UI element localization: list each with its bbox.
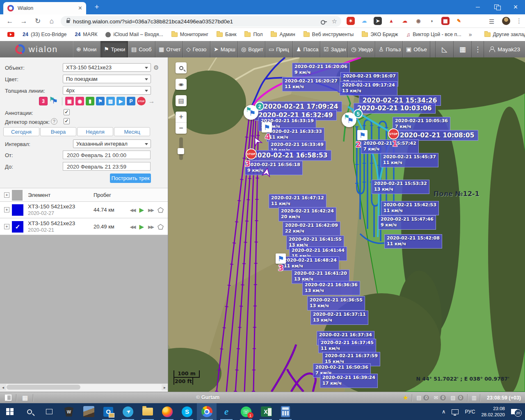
user-menu[interactable]: Mayak23 [484,41,525,57]
bookmark-item[interactable]: Мониторинг [168,30,212,39]
messages-counter[interactable]: ✉0 [434,395,446,401]
forward-button[interactable]: → [19,16,29,26]
media-counter[interactable]: ▨0 [450,395,463,401]
track-row[interactable]: ХТЗ-150 5421хе232020-02-2744.74 км◀◀▶▶▶ [0,202,168,218]
interval-select[interactable]: Указанный интервал [73,139,151,148]
nav-item-job[interactable]: ☑Задан [320,41,348,57]
track-color-swatch-checked[interactable]: ✓ [12,221,23,233]
red-grid-extension-icon[interactable]: ▦ [441,17,450,25]
zoom-slider[interactable] [179,137,183,160]
other-bookmarks-button[interactable]: Другие закладки [481,30,525,39]
apps-grid-icon[interactable]: ▦ [453,41,471,57]
favorites-star-icon[interactable]: ★ [403,394,409,402]
map-layers-button[interactable]: ▤ [176,95,187,106]
map-search-button[interactable] [176,62,187,73]
reading-list-icon[interactable] [489,18,494,25]
bookmark-item[interactable]: ♫Виктор Цой - все п... [403,30,464,39]
nav-item-trailer[interactable]: ▭Приц [265,41,293,57]
bookmark-star-icon[interactable] [332,18,337,25]
stop-hand-extension-icon[interactable]: ✶ [347,17,355,25]
follow-arrow-icon[interactable]: → [147,97,156,105]
taskbar-clock[interactable]: 23:08 28.02.2020 [481,406,505,418]
videos-icon[interactable]: ▶ [116,97,125,105]
bookmarks-overflow-icon[interactable]: » [466,31,475,38]
home-button[interactable]: ⌂ [47,16,57,26]
scroll-left-icon[interactable]: ◂ [0,384,6,390]
password-key-icon[interactable] [321,20,327,23]
taskbar-explorer-icon[interactable] [138,403,158,420]
bookmark-item[interactable]: Пол [241,30,266,39]
flags-icon[interactable]: ⚑ [96,97,105,105]
bookmark-item[interactable]: Админ [267,30,298,39]
quick-range-button[interactable]: Месяц [114,127,150,136]
flag-marker[interactable]: ⚑ [276,253,286,264]
track-color-swatch[interactable] [12,204,23,216]
log-button[interactable]: ▥ [472,395,477,401]
taskbar-game-icon[interactable] [79,403,98,420]
cloud-extension-icon[interactable]: ☁ [360,17,368,25]
build-track-button[interactable]: Построить трек [110,173,151,183]
taskbar-wot-icon[interactable]: W [59,403,79,420]
dog-extension-icon[interactable]: ◉ [414,17,422,25]
yandex-extension-icon[interactable]: ➤ [374,17,382,25]
images-icon[interactable]: ▨ [106,97,115,105]
trip-group-marker[interactable]: ⚑⚑5 [342,112,356,127]
nav-item-report[interactable]: ▦Отчет [155,41,183,57]
scroll-right-icon[interactable]: ▸ [162,384,168,390]
taskbar-telegram-icon[interactable]: ➤ [118,403,138,420]
window-maximize-button[interactable] [487,0,506,14]
dark-extension-icon[interactable]: ◗ [428,17,436,25]
playback-play-icon[interactable]: ▶ [139,206,144,214]
network-display-icon[interactable] [452,409,459,414]
notification-center-button[interactable]: 20 [511,408,520,416]
new-tab-button[interactable]: + [91,3,103,12]
stop-marker[interactable]: STOP [388,128,399,139]
window-minimize-button[interactable] [468,0,487,14]
nav-item-user[interactable]: ♙Польз [375,41,403,57]
nav-item-flag-checkered[interactable]: ⚑Треки [100,41,128,57]
cloud-outline-extension-icon[interactable]: ☁ [401,17,409,25]
track-polygon-icon[interactable] [158,207,164,213]
expand-all-icon[interactable] [4,192,9,198]
bottom-apps-button[interactable]: ▦ [17,392,33,403]
nav-item-notification[interactable]: ◷Уведо [348,41,375,57]
playback-last-icon[interactable]: ▶▶ [148,208,153,213]
back-button[interactable]: ← [5,16,15,26]
zoom-out-button[interactable]: − [176,123,187,134]
taskbar-ie-icon[interactable]: e [217,403,236,420]
playback-play-icon[interactable]: ▶ [139,223,144,231]
taskbar-start-icon[interactable] [0,403,20,420]
help-icon[interactable]: ? [51,118,57,125]
bookmark-item[interactable]: Банк [213,30,240,39]
nav-item-unit[interactable]: ▣Объе [403,41,430,57]
taskbar-chrome-icon[interactable] [197,403,217,420]
scrollbar-thumb[interactable] [7,385,80,390]
taskbar-calculator-icon[interactable] [276,403,295,420]
flag-marker[interactable]: ⚑ [262,122,272,132]
taskbar-task-view-icon[interactable] [39,403,59,420]
nav-item-driver[interactable]: ◎Водит [238,41,265,57]
bookmark-item[interactable]: iCloud Mail – Входя... [102,30,166,39]
browser-menu-icon[interactable] [516,17,522,25]
taskbar-skype-icon[interactable]: S [177,403,197,420]
address-bar[interactable]: hosting.wialon.com/?sid=036a7c38b821bca2… [61,16,341,27]
nav-item-message[interactable]: ▤Сооб [128,41,155,57]
profile-avatar[interactable] [502,17,510,25]
taskbar-outlook-icon[interactable]: O [98,403,118,420]
nav-item-route[interactable]: ➤Марш [210,41,238,57]
browser-tab[interactable]: Wialon [3,2,86,14]
trip-detector-checkbox[interactable] [64,118,70,124]
taskbar-search-icon[interactable] [20,403,39,420]
color-select[interactable]: По поездкам [63,75,151,83]
bookmark-item[interactable]: ЭКО Бридж [358,30,401,39]
map[interactable]: ◉ ▤ + − 2020-02-21 16:20:069 км/ч2020-02… [168,57,525,392]
expand-row-icon[interactable] [4,207,9,212]
window-close-button[interactable] [506,0,525,14]
stop-marker[interactable]: STOP [246,148,257,160]
quick-range-button[interactable]: Неделя [77,127,113,136]
language-indicator[interactable]: РУС [465,409,475,415]
panel-horizontal-scrollbar[interactable]: ◂ ▸ [0,383,168,390]
toggle-panel-button[interactable] [0,392,16,403]
fuel-stations-icon[interactable]: ▮ [86,97,94,105]
line-width-select[interactable]: 4px [63,86,151,95]
